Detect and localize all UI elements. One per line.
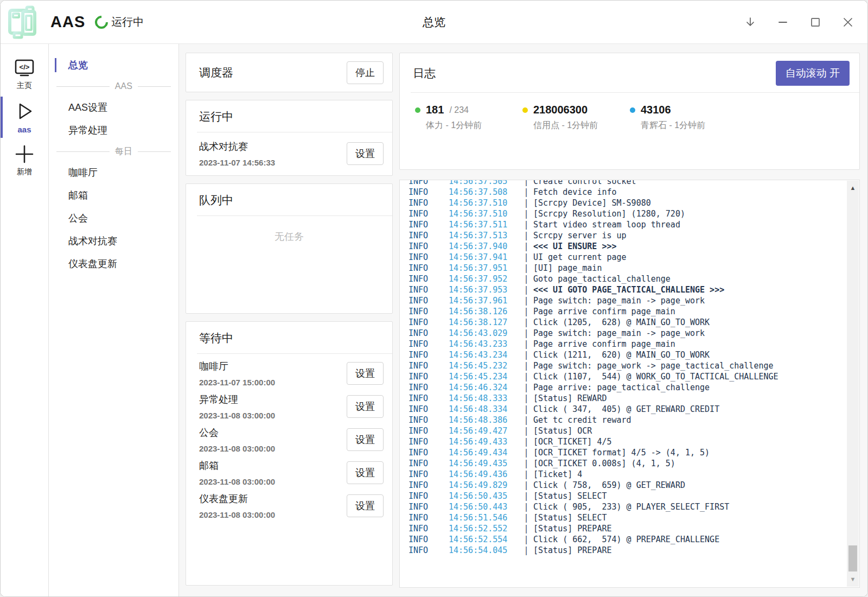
task-name: 咖啡厅: [199, 360, 275, 373]
log-entry: INFO14:56:43.234|Click (1211, 620) @ MAI…: [409, 350, 859, 360]
log-entry: INFO14:56:49.435|[OCR_TICKET 0.008s] (4,…: [409, 458, 859, 469]
sidebar-item-异常处理[interactable]: 异常处理: [49, 119, 178, 142]
waiting-card: 等待中 咖啡厅2023-11-07 15:00:00设置异常处理2023-11-…: [186, 321, 393, 586]
log-entry: INFO14:56:48.333|[Status] REWARD: [409, 393, 859, 404]
window-controls: [744, 16, 854, 29]
resource-stat: 218006300信用点 - 1分钟前: [522, 104, 630, 131]
sidebar-item-仪表盘更新[interactable]: 仪表盘更新: [49, 252, 178, 275]
resource-stat: 181/ 234体力 - 1分钟前: [415, 104, 522, 131]
task-name: 战术对抗赛: [199, 140, 275, 153]
task-name: 公会: [199, 426, 275, 439]
waiting-task-list: 咖啡厅2023-11-07 15:00:00设置异常处理2023-11-08 0…: [186, 354, 392, 519]
log-card: 日志 自动滚动 开 181/ 234体力 - 1分钟前218006300信用点 …: [399, 53, 860, 170]
waiting-title: 等待中: [186, 331, 392, 353]
log-entry: INFO14:56:49.427|[Status] OCR: [409, 425, 859, 436]
rail-item-home[interactable]: </> 主页: [1, 54, 48, 96]
code-monitor-icon: </>: [14, 59, 35, 78]
log-entry: INFO14:56:37.953|<<< UI GOTO PAGE_TACTIC…: [409, 284, 859, 295]
log-entry: INFO14:56:51.546|[Status] SELECT: [409, 512, 859, 523]
sidebar-item-总览[interactable]: 总览: [49, 54, 178, 77]
task-time: 2023-11-08 03:00:00: [199, 477, 275, 486]
waiting-task-row: 仪表盘更新2023-11-08 03:00:00设置: [186, 486, 392, 519]
waiting-task-row: 公会2023-11-08 03:00:00设置: [186, 420, 392, 453]
maximize-button[interactable]: [809, 16, 822, 29]
log-viewer[interactable]: INFO14:56:37.505|Create control socketIN…: [399, 180, 860, 588]
waiting-task-row: 异常处理2023-11-08 03:00:00设置: [186, 387, 392, 420]
log-entry: INFO14:56:37.510|[Scrcpy Device] SM-S908…: [409, 198, 859, 208]
scroll-up-arrow-icon[interactable]: ▲: [847, 185, 859, 191]
log-entry: INFO14:56:43.233|Page arrive confirm pag…: [409, 339, 859, 350]
task-settings-button[interactable]: 设置: [347, 395, 384, 418]
log-entry: INFO14:56:37.940|<<< UI ENSURE >>>: [409, 241, 859, 252]
rail-label: 主页: [17, 81, 32, 91]
sidebar-item-战术对抗赛[interactable]: 战术对抗赛: [49, 230, 178, 252]
log-entry: INFO14:56:37.941|UI get current page: [409, 252, 859, 263]
stat-value: 218006300: [533, 104, 588, 116]
sidebar-item-邮箱[interactable]: 邮箱: [49, 184, 178, 207]
queue-empty-label: 无任务: [186, 216, 392, 243]
log-entry: INFO14:56:49.436|[Ticket] 4: [409, 469, 859, 480]
running-task-row: 战术对抗赛 2023-11-07 14:56:33 设置: [186, 132, 392, 167]
queue-card: 队列中 无任务: [186, 183, 393, 314]
log-entry: INFO14:56:37.505|Create control socket: [409, 180, 859, 187]
log-entry: INFO14:56:37.952|Goto page_tactical_chal…: [409, 274, 859, 284]
running-card: 运行中 战术对抗赛 2023-11-07 14:56:33 设置: [186, 100, 393, 176]
task-settings-button[interactable]: 设置: [347, 362, 384, 385]
log-entry: INFO14:56:48.386|Get tc credit reward: [409, 415, 859, 425]
log-entry: INFO14:56:37.511|Start video stream loop…: [409, 219, 859, 230]
sidebar-menu: 总览AASAAS设置异常处理每日咖啡厅邮箱公会战术对抗赛仪表盘更新: [49, 44, 179, 596]
log-lines: INFO14:56:37.505|Create control socketIN…: [400, 180, 859, 556]
log-entry: INFO14:56:50.435|[Status] SELECT: [409, 491, 859, 501]
sidebar-item-公会[interactable]: 公会: [49, 207, 178, 230]
scroll-down-arrow-icon[interactable]: ▼: [847, 576, 859, 582]
task-settings-button[interactable]: 设置: [347, 428, 384, 451]
rail-item-aas[interactable]: aas: [1, 96, 48, 139]
stat-value: 181: [426, 104, 444, 116]
waiting-task-row: 邮箱2023-11-08 03:00:00设置: [186, 453, 392, 486]
log-entry: INFO14:56:49.434|[OCR_TICKET format] 4/5…: [409, 447, 859, 458]
stat-label: 体力 - 1分钟前: [415, 120, 522, 131]
svg-text:</>: </>: [20, 63, 30, 71]
rail-label: 新增: [17, 167, 32, 177]
log-entry: INFO14:56:38.127|Click (1205, 628) @ MAI…: [409, 317, 859, 328]
log-entry: INFO14:56:48.334|Click ( 347, 405) @ GET…: [409, 404, 859, 415]
log-entry: INFO14:56:45.232|Page switch: page_work …: [409, 360, 859, 371]
task-name: 仪表盘更新: [199, 492, 275, 505]
hide-to-tray-button[interactable]: [744, 16, 757, 29]
app-logo-icon: [1, 5, 43, 39]
task-time: 2023-11-07 14:56:33: [199, 158, 275, 167]
close-button[interactable]: [841, 16, 854, 29]
stat-label: 信用点 - 1分钟前: [522, 120, 630, 131]
stop-button[interactable]: 停止: [347, 61, 384, 84]
log-entry: INFO14:56:37.508|Fetch device info: [409, 187, 859, 198]
log-entry: INFO14:56:49.433|[OCR_TICKET] 4/5: [409, 436, 859, 447]
task-time: 2023-11-07 15:00:00: [199, 378, 275, 387]
resource-stat: 43106青辉石 - 1分钟前: [630, 104, 737, 131]
log-entry: INFO14:56:50.443|Click ( 905, 233) @ PLA…: [409, 501, 859, 512]
rail-item-new[interactable]: 新增: [1, 139, 48, 182]
resource-stats: 181/ 234体力 - 1分钟前218006300信用点 - 1分钟前4310…: [400, 93, 859, 131]
title-bar: AAS 运行中 总览: [1, 1, 867, 44]
scheduler-card: 调度器 停止: [186, 53, 393, 92]
stat-dot-icon: [522, 107, 528, 113]
autoscroll-toggle-button[interactable]: 自动滚动 开: [776, 61, 850, 86]
log-entry: INFO14:56:37.510|[Scrcpy Resolution] (12…: [409, 208, 859, 219]
main-content: 调度器 停止 运行中 战术对抗赛 2023-11-07 14:56:33 设置: [179, 44, 867, 596]
stat-value: 43106: [641, 104, 671, 116]
minimize-button[interactable]: [776, 16, 789, 29]
log-scrollbar-thumb[interactable]: [848, 545, 857, 571]
task-time: 2023-11-08 03:00:00: [199, 411, 275, 420]
task-time: 2023-11-08 03:00:00: [199, 444, 275, 453]
log-entry: INFO14:56:37.961|Page switch: page_main …: [409, 295, 859, 306]
log-entry: INFO14:56:37.951|[UI] page_main: [409, 263, 859, 274]
log-title: 日志: [413, 66, 436, 81]
sidebar-item-AAS设置[interactable]: AAS设置: [49, 96, 178, 119]
task-name: 异常处理: [199, 393, 275, 406]
sidebar-item-咖啡厅[interactable]: 咖啡厅: [49, 161, 178, 184]
app-title: AAS: [50, 13, 85, 31]
task-settings-button[interactable]: 设置: [347, 142, 384, 165]
log-entry: INFO14:56:38.126|Page arrive confirm pag…: [409, 306, 859, 317]
task-settings-button[interactable]: 设置: [347, 461, 384, 484]
task-settings-button[interactable]: 设置: [347, 494, 384, 517]
log-scrollbar[interactable]: ▲ ▼: [847, 181, 859, 587]
